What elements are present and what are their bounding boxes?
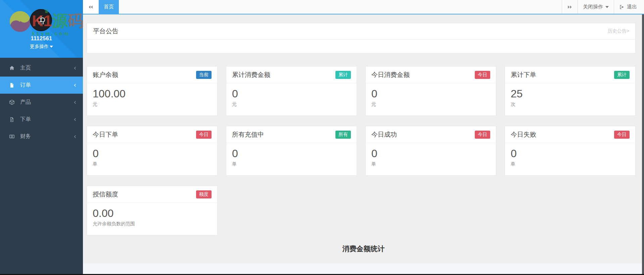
stat-card-unit: 元: [232, 101, 351, 107]
cube-icon: [9, 99, 16, 105]
stat-card-unit: 单: [93, 161, 212, 167]
stats-heading: 消费金额统计: [83, 244, 644, 254]
chevron-left-icon: [73, 83, 78, 88]
stat-card-badge: 累计: [614, 71, 630, 79]
stat-card-body: 0.00 允许余额负数的范围: [87, 203, 217, 230]
double-chevron-left-icon: [88, 4, 93, 10]
stat-card-badge: 当前: [196, 71, 212, 79]
stat-card-unit: 元: [371, 101, 490, 107]
stat-card-value: 100.00: [93, 88, 212, 100]
announcement-body: [87, 40, 635, 53]
topbar-right-group: 关闭操作 退出: [562, 0, 642, 14]
stat-card-unit: 元: [93, 101, 212, 107]
tab-home-label: 首页: [104, 4, 114, 10]
announcement-header: 平台公告 历史公告>: [87, 23, 635, 40]
chevron-left-icon: [73, 100, 78, 105]
stat-card-title: 账户余额: [93, 71, 118, 79]
stat-card-title: 累计消费金额: [232, 71, 270, 79]
stat-card-header: 累计消费金额 累计: [226, 66, 357, 83]
stat-card-header: 今日消费金额 今日: [366, 66, 496, 83]
chevron-left-icon: [73, 66, 78, 71]
stat-card-1: 账户余额 当前 100.00 元: [87, 66, 218, 116]
stat-card-title: 所有充值中: [232, 130, 264, 139]
sidebar-item-label: 下单: [20, 116, 73, 123]
tab-home[interactable]: 首页: [99, 0, 119, 14]
stat-card-header: 今日成功 今日: [366, 126, 496, 143]
stat-card-title: 今日失败: [511, 130, 536, 139]
stat-card-unit: 单: [511, 161, 630, 167]
caret-down-icon: [50, 46, 53, 48]
sidebar-item-file[interactable]: 下单: [0, 111, 83, 128]
stat-card-value: 0: [371, 147, 490, 160]
main-content: 平台公告 历史公告> 账户余额 当前 100.00 元 累计消费金额 累计 0 …: [83, 14, 644, 274]
stat-card-badge: 额度: [196, 190, 212, 198]
sign-out-icon: [619, 4, 625, 10]
sidebar-item-label: 财务: [20, 133, 73, 140]
stat-card-unit: 次: [511, 101, 630, 107]
stat-card-title: 今日成功: [371, 130, 397, 139]
home-icon: [9, 65, 16, 71]
tabs-scroll-left-button[interactable]: [83, 0, 99, 14]
stat-card-body: 0 元: [366, 83, 496, 111]
stat-card-body: 0 单: [366, 143, 496, 171]
chart-area-placeholder: [83, 264, 644, 274]
sidebar-item-cube[interactable]: 产品: [0, 94, 83, 111]
chevron-left-icon: [73, 134, 78, 139]
crown-icon: ♔: [36, 13, 46, 27]
stat-card-value: 0: [93, 147, 212, 160]
sidebar-item-home[interactable]: 主页: [0, 59, 83, 77]
stat-card-body: 25 次: [505, 83, 635, 111]
vertical-scrollbar[interactable]: [642, 14, 644, 274]
stat-card-title: 授信额度: [93, 190, 118, 199]
topbar-spacer: [119, 0, 562, 14]
stat-card-badge: 今日: [196, 131, 212, 139]
chevron-left-icon: [73, 117, 78, 122]
sidebar-header: ♔ 1112561 更多操作: [0, 0, 83, 58]
announcement-panel: 平台公告 历史公告>: [87, 23, 636, 53]
stat-card-value: 0: [511, 147, 630, 160]
stat-card-6: 所有充值中 所有 0 单: [226, 126, 357, 176]
stat-card-body: 0 元: [226, 83, 357, 111]
stat-card-badge: 累计: [335, 71, 351, 79]
stat-card-unit: 允许余额负数的范围: [93, 221, 212, 227]
sidebar-menu: 主页 订单 产品 下单 财务: [0, 58, 83, 145]
sidebar-item-label: 产品: [20, 99, 73, 106]
stat-card-value: 0: [232, 88, 351, 100]
stat-card-body: 100.00 元: [87, 83, 217, 111]
sidebar-item-label: 订单: [20, 82, 73, 89]
stat-card-header: 所有充值中 所有: [226, 126, 357, 143]
user-id: 1112561: [0, 36, 83, 42]
stat-card-body: 0 单: [87, 143, 217, 171]
more-actions-label: 更多操作: [30, 44, 49, 49]
tabs-scroll-right-button[interactable]: [562, 0, 578, 14]
money-icon: [9, 134, 16, 139]
close-actions-dropdown[interactable]: 关闭操作: [578, 0, 614, 14]
brand-logo: [10, 11, 31, 32]
sidebar: ♔ 1112561 更多操作 主页 订单 产品 下单 财务: [0, 0, 83, 274]
history-announcements-link[interactable]: 历史公告>: [608, 28, 629, 34]
stat-card-9: 授信额度 额度 0.00 允许余额负数的范围: [87, 186, 218, 235]
stat-card-body: 0 单: [226, 143, 357, 171]
stat-card-value: 0: [371, 88, 490, 100]
avatar[interactable]: ♔: [30, 9, 52, 31]
stat-card-title: 今日消费金额: [371, 71, 410, 79]
stat-card-header: 账户余额 当前: [87, 66, 217, 83]
stat-card-title: 今日下单: [93, 130, 118, 139]
stat-card-7: 今日成功 今日 0 单: [365, 126, 496, 176]
stat-card-badge: 所有: [335, 131, 351, 139]
stat-card-3: 今日消费金额 今日 0 元: [365, 66, 496, 116]
file-text-icon: [9, 83, 16, 88]
close-actions-label: 关闭操作: [583, 4, 603, 10]
stat-card-badge: 今日: [475, 131, 490, 139]
logout-button[interactable]: 退出: [614, 0, 642, 14]
stat-card-unit: 单: [232, 161, 351, 167]
more-actions-dropdown[interactable]: 更多操作: [0, 44, 83, 50]
stat-card-header: 授信额度 额度: [87, 186, 217, 203]
stat-card-header: 今日失败 今日: [505, 126, 635, 143]
stat-cards-grid: 账户余额 当前 100.00 元 累计消费金额 累计 0 元 今日消费金额 今日…: [87, 66, 636, 235]
sidebar-item-file-text[interactable]: 订单: [0, 77, 83, 94]
stat-card-4: 累计下单 累计 25 次: [505, 66, 636, 116]
sidebar-item-money[interactable]: 财务: [0, 128, 83, 145]
stat-card-value: 25: [511, 88, 630, 100]
caret-down-icon: [605, 6, 609, 8]
